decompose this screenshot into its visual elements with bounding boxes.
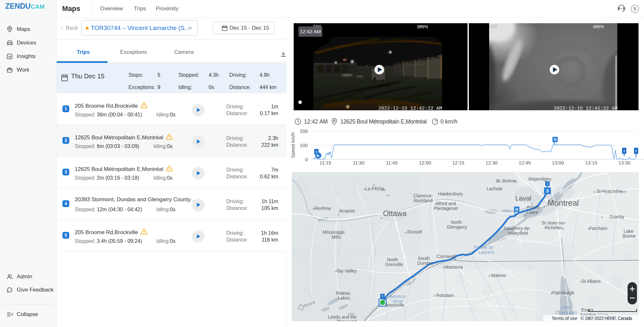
svg-text:11:45: 11:45	[386, 160, 398, 165]
svg-text:H: H	[554, 137, 556, 142]
svg-text:Claire: Claire	[526, 210, 538, 215]
svg-text:Lake: Lake	[624, 229, 634, 234]
svg-text:I: I	[382, 294, 383, 298]
svg-text:St Albans: St Albans	[582, 279, 601, 284]
svg-text:Russell: Russell	[407, 229, 422, 234]
svg-text:Richelieu.: Richelieu.	[545, 225, 564, 230]
svg-text:St-Hyacinthe: St-Hyacinthe	[596, 189, 622, 194]
svg-text:Speed km/h: Speed km/h	[290, 132, 296, 158]
svg-text:St-Jean-sur-: St-Jean-sur-	[541, 220, 566, 225]
svg-text:Hawkesbury.: Hawkesbury.	[438, 191, 464, 196]
svg-text:Clarence-: Clarence-	[413, 193, 433, 198]
svg-text:2022-12-15 12:42:22 AM: 2022-12-15 12:42:22 AM	[378, 106, 442, 110]
svg-text:200: 200	[300, 128, 308, 134]
svg-text:11:30: 11:30	[353, 160, 364, 165]
svg-text:0 km/h: 0 km/h	[440, 118, 458, 125]
svg-text:Rockland: Rockland	[414, 198, 432, 203]
svg-text:Lawrence: Lawrence	[386, 294, 406, 299]
svg-text:H: H	[515, 207, 518, 212]
svg-text:Laurent: Laurent	[478, 250, 494, 255]
svg-text:Massena: Massena	[445, 264, 463, 270]
svg-text:Thousand: Thousand	[336, 319, 356, 321]
svg-text:13:00: 13:00	[552, 160, 564, 165]
svg-text:Plattsburgh: Plattsburgh	[552, 290, 574, 295]
svg-text:Mills.: Mills.	[332, 234, 342, 240]
svg-text:River: River	[393, 299, 403, 304]
svg-text:I: I	[547, 182, 548, 186]
svg-text:Fleuve St-: Fleuve St-	[474, 245, 494, 250]
svg-text:Terms of use: Terms of use	[552, 316, 577, 321]
svg-text:I: I	[636, 149, 637, 153]
svg-text:12:45: 12:45	[519, 160, 531, 165]
svg-text:North: North	[387, 257, 398, 262]
svg-text:Glengarry.: Glengarry.	[447, 224, 468, 230]
svg-text:100: 100	[300, 143, 308, 148]
svg-text:Grenville: Grenville	[385, 262, 403, 267]
svg-text:I: I	[624, 149, 625, 153]
svg-text:St-Jérôme.: St-Jérôme.	[496, 178, 518, 183]
svg-text:13:15: 13:15	[585, 160, 597, 165]
svg-text:Tay Valley: Tay Valley	[336, 268, 357, 273]
svg-text:Repentigny.: Repentigny.	[528, 176, 552, 182]
svg-text:12:42 AM: 12:42 AM	[304, 118, 328, 125]
svg-text:0MPH: 0MPH	[417, 25, 428, 30]
svg-text:0: 0	[305, 157, 308, 162]
svg-text:Rideau: Rideau	[336, 291, 350, 296]
svg-text:12625 Boul Métropolitain E,Mon: 12625 Boul Métropolitain E,Montréal	[340, 118, 427, 125]
svg-text:Pointe-: Pointe-	[527, 205, 542, 210]
svg-text:South: South	[418, 256, 430, 261]
svg-text:11:15: 11:15	[319, 160, 331, 165]
svg-text:13:30: 13:30	[618, 160, 630, 165]
svg-text:Renfrew: Renfrew	[314, 206, 331, 211]
svg-text:12:15: 12:15	[452, 160, 464, 165]
svg-text:La Pêche: La Pêche	[365, 186, 384, 191]
svg-text:12:30: 12:30	[486, 160, 498, 165]
svg-text:Brome: Brome	[622, 233, 636, 239]
svg-text:© 1987-2022 HERE, Canada: © 1987-2022 HERE, Canada	[581, 316, 632, 321]
svg-text:Farnham: Farnham	[589, 226, 607, 231]
svg-text:Plantagenet: Plantagenet	[434, 206, 458, 211]
svg-text:Malone: Malone	[491, 273, 506, 278]
svg-text:Lachute: Lachute	[487, 186, 503, 191]
svg-text:12:42 AM: 12:42 AM	[300, 29, 321, 34]
svg-text:0MPH: 0MPH	[593, 25, 604, 30]
svg-text:3: 3	[546, 188, 549, 193]
svg-text:Cornwall: Cornwall	[437, 253, 455, 259]
svg-text:Granby: Granby	[610, 214, 624, 219]
svg-text:Valleyfield: Valleyfield	[508, 231, 528, 236]
svg-text:CH2: CH2	[489, 24, 497, 29]
svg-text:Alfred and: Alfred and	[435, 201, 456, 206]
svg-text:Dundas: Dundas	[417, 261, 433, 266]
svg-text:Lake: Lake	[561, 305, 571, 310]
svg-text:Salaberry-de-: Salaberry-de-	[504, 226, 531, 231]
svg-text:Laval: Laval	[515, 194, 531, 202]
svg-text:Arnprior: Arnprior	[339, 208, 355, 213]
svg-text:North: North	[451, 220, 462, 225]
svg-text:Lakes.: Lakes.	[338, 295, 351, 301]
svg-text:Mississippi: Mississippi	[323, 230, 345, 235]
svg-text:Montreal: Montreal	[547, 198, 579, 207]
svg-text:Potsdam: Potsdam	[436, 293, 454, 298]
svg-text:Champlain: Champlain	[555, 310, 577, 315]
svg-text:2022-12-15 12:42:22 AM: 2022-12-15 12:42:22 AM	[554, 106, 618, 110]
svg-text:Ottawa: Ottawa	[383, 209, 407, 218]
svg-text:12:00: 12:00	[419, 160, 431, 165]
